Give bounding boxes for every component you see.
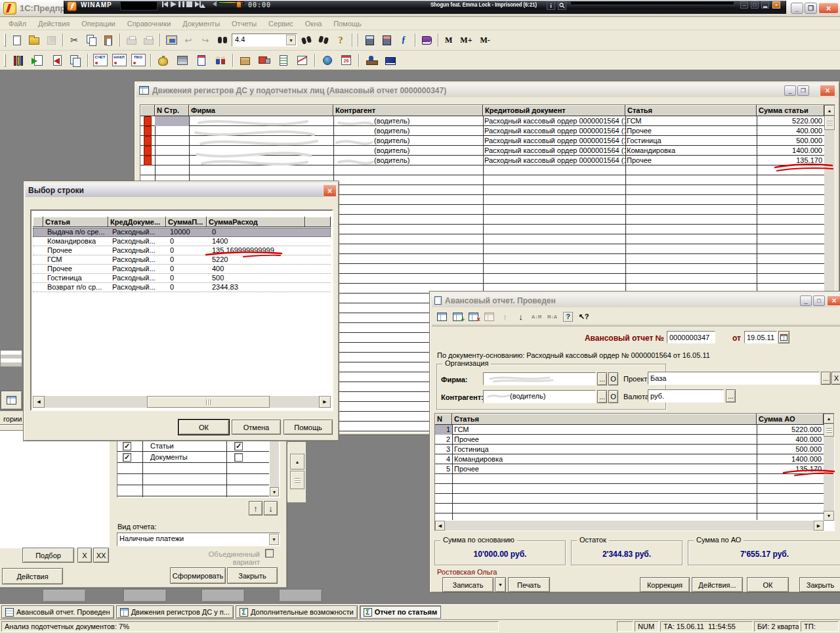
table-settings-button[interactable]	[435, 310, 449, 324]
generate-button[interactable]: Сформировать	[170, 567, 226, 584]
advance-date-input[interactable]	[744, 331, 777, 343]
clear-x-button[interactable]: X	[77, 548, 92, 563]
col-header-sum-p[interactable]: СуммаП...	[166, 217, 207, 227]
table-row[interactable]: 3 Гостиница 500.000	[435, 445, 824, 454]
close-button[interactable]: Закрыть	[799, 577, 840, 592]
memory-button[interactable]: М-	[477, 32, 494, 48]
table-row[interactable]: 2 Прочее 400.000	[435, 435, 824, 445]
undo-button[interactable]	[180, 32, 196, 48]
find-combo[interactable]: 4.4▼	[232, 33, 297, 47]
memory-button[interactable]: М	[442, 32, 455, 48]
save-button[interactable]: Записать	[442, 577, 494, 592]
table-row[interactable]: (водитель) Расходный кассовый ордер 0000…	[140, 116, 824, 126]
move-row-down-button[interactable]: ↓	[264, 501, 278, 515]
main-minimize-button[interactable]: _	[791, 3, 803, 14]
find-button[interactable]	[215, 32, 230, 48]
advance-titlebar[interactable]: Авансовый отчет. Проведен	[432, 294, 839, 307]
window-tab[interactable]: Отчет по статьям	[360, 605, 442, 619]
eject-icon[interactable]	[200, 1, 205, 8]
doc-type-button[interactable]: СЧЕТ	[91, 52, 109, 69]
col-header-nstr[interactable]: N Стр.	[155, 105, 189, 116]
contractor-input[interactable]: (водитель)	[483, 390, 596, 403]
contractor-open-button[interactable]: О	[608, 390, 618, 403]
ok-button[interactable]: ОК	[747, 577, 789, 592]
winamp-search-button[interactable]	[558, 1, 566, 10]
print-preview-button[interactable]	[140, 32, 156, 48]
hidden-button-fragment[interactable]	[123, 589, 167, 602]
report-type-combo[interactable]: Наличные платежи ▼	[117, 533, 280, 546]
calculator2-button[interactable]	[379, 32, 394, 48]
formula-button[interactable]	[396, 32, 411, 48]
project-input[interactable]	[648, 372, 820, 385]
transport-button[interactable]	[255, 52, 273, 69]
cancel-button[interactable]: Отмена	[232, 420, 281, 435]
report-left-listbox[interactable]	[0, 430, 110, 548]
window-close-button[interactable]: ×	[820, 85, 835, 97]
table-row[interactable]: 1 ГСМ 5220.000	[435, 425, 824, 435]
globe-button[interactable]	[318, 52, 336, 69]
volume-knob[interactable]	[236, 1, 242, 8]
menu-item[interactable]: Документы	[177, 18, 226, 29]
window-tab[interactable]: Авансовый отчет. Проведен	[1, 605, 114, 619]
dialog-close-button[interactable]: ×	[323, 185, 337, 197]
scroll-trough[interactable]	[445, 521, 814, 531]
new-button[interactable]	[9, 32, 25, 48]
advance-number-input[interactable]	[667, 331, 715, 343]
help-box-button[interactable]: ?	[561, 310, 575, 324]
actions-button[interactable]: Действия	[2, 568, 63, 584]
window-tab[interactable]: Дополнительные возможности	[236, 605, 358, 619]
stop-icon[interactable]	[186, 1, 192, 7]
menu-item[interactable]: Операции	[75, 18, 121, 29]
doc-type-button[interactable]: ПКО	[129, 52, 147, 69]
window-minimize-button[interactable]: _	[800, 295, 812, 306]
toolbar-grip[interactable]	[4, 33, 6, 47]
close-button[interactable]: Закрыть	[227, 567, 278, 584]
report-button[interactable]	[274, 52, 292, 69]
window-maximize-button[interactable]: □	[813, 295, 825, 306]
scroll-up-button[interactable]: ▲	[824, 414, 834, 424]
registers-titlebar[interactable]: Движения регистров ДС у подотчетных лиц …	[136, 83, 837, 97]
col-header-amount[interactable]: Сумма АО	[757, 414, 824, 425]
date-picker-button[interactable]	[778, 331, 789, 343]
contractor-select-button[interactable]: ...	[597, 390, 607, 403]
menu-item[interactable]: Окна	[299, 18, 328, 29]
notebook-button[interactable]	[192, 52, 210, 69]
print-button[interactable]: Печать	[508, 577, 550, 592]
window-tab[interactable]: Движения регистров ДС у п...	[116, 605, 234, 619]
journals-button[interactable]	[9, 52, 27, 69]
contractors-button[interactable]	[211, 52, 229, 69]
copy-doc-button[interactable]	[66, 52, 84, 69]
hidden-button-fragment[interactable]	[279, 589, 322, 602]
window-maximize-button[interactable]: ❐	[797, 85, 809, 96]
scroll-thumb[interactable]	[824, 424, 834, 437]
cut-button[interactable]	[66, 32, 82, 48]
col-header-n[interactable]: N	[435, 414, 452, 425]
row-down-button[interactable]: ↓	[514, 310, 528, 324]
calendar-button[interactable]: 26	[337, 52, 355, 69]
menu-item[interactable]: Сервис	[262, 18, 299, 29]
save-dropdown-button[interactable]: ▼	[495, 577, 506, 592]
correction-button[interactable]: Коррекция	[640, 577, 690, 592]
manual-button[interactable]	[381, 52, 399, 69]
col-header-amount[interactable]: Сумма статьи	[757, 105, 824, 116]
pick-button[interactable]: Подбор	[22, 548, 74, 563]
window-minimize-button[interactable]: _	[784, 85, 796, 96]
list-row[interactable]: Гостиница Расходный... 0 500	[33, 274, 331, 283]
save-button[interactable]	[43, 32, 59, 48]
redo-button[interactable]	[198, 32, 213, 48]
sort-za-button[interactable]: Я↓А	[545, 310, 559, 324]
row-checkbox-left[interactable]: ✓	[123, 442, 131, 450]
list-row[interactable]: Выдача п/о сре... Расходный... 10000 0	[33, 228, 331, 237]
menu-item[interactable]: Отчеты	[226, 18, 262, 29]
chart-button[interactable]	[293, 52, 311, 69]
move-row-up-button[interactable]: ↑	[249, 501, 262, 515]
firm-select-button[interactable]: ...	[597, 372, 607, 385]
scroll-down-button[interactable]: ▼	[270, 487, 279, 496]
dialog-titlebar[interactable]: Выбор строки	[26, 183, 337, 197]
copy-button[interactable]	[83, 32, 99, 48]
col-header-doc[interactable]: КредДокуме...	[108, 217, 166, 227]
row-checkbox-right[interactable]	[234, 453, 243, 462]
table-row[interactable]: (водитель) Расходный кассовый ордер 0000…	[140, 156, 824, 165]
book-button[interactable]	[419, 32, 434, 48]
copy-row-button[interactable]	[482, 310, 496, 324]
